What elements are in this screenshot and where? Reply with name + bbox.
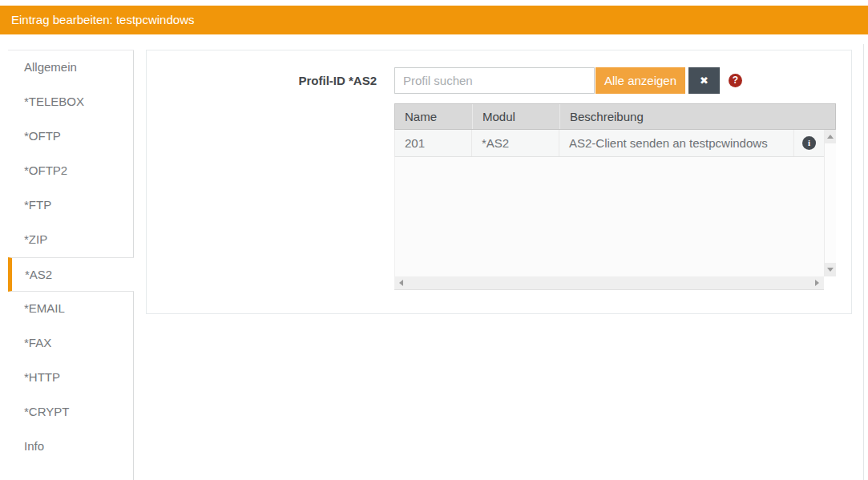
cell-name: 201 xyxy=(395,130,471,156)
column-header-name: Name xyxy=(395,104,472,129)
scroll-right-icon xyxy=(815,280,819,286)
page-right-border xyxy=(863,44,864,480)
profile-id-label: Profil-ID *AS2 xyxy=(147,74,377,87)
vertical-scrollbar[interactable] xyxy=(824,130,836,276)
sidebar-item-as2[interactable]: *AS2 xyxy=(8,257,134,292)
scroll-up-button[interactable] xyxy=(825,130,836,143)
sidebar-item-http[interactable]: *HTTP xyxy=(8,361,134,395)
sidebar-item-zip[interactable]: *ZIP xyxy=(8,223,134,257)
scroll-down-icon xyxy=(827,268,834,272)
help-icon[interactable]: ? xyxy=(729,74,742,87)
cell-beschreibung: AS2-Client senden an testpcwindows xyxy=(559,130,793,156)
sidebar-item-oftp[interactable]: *OFTP xyxy=(8,119,134,154)
sidebar-item-crypt[interactable]: *CRYPT xyxy=(8,395,134,430)
sidebar-item-oftp2[interactable]: *OFTP2 xyxy=(8,154,134,188)
table-empty-area xyxy=(394,157,824,276)
horizontal-scrollbar[interactable] xyxy=(394,276,824,290)
clear-x-icon: ✖ xyxy=(700,75,709,87)
scroll-left-icon xyxy=(399,280,403,286)
sidebar-item-fax[interactable]: *FAX xyxy=(8,326,134,361)
sidebar-item-info[interactable]: Info xyxy=(8,430,134,464)
sidebar-item-telebox[interactable]: *TELEBOX xyxy=(8,85,134,119)
row-info-icon[interactable]: i xyxy=(802,136,816,150)
sidebar-nav: Allgemein *TELEBOX *OFTP *OFTP2 *FTP *ZI… xyxy=(8,50,134,464)
scroll-left-button[interactable] xyxy=(394,276,408,289)
column-header-beschreibung: Beschreibung xyxy=(559,104,835,129)
content-panel: Profil-ID *AS2 Alle anzeigen ✖ ? Name Mo… xyxy=(146,50,852,314)
cell-info: i xyxy=(793,130,824,156)
column-header-modul: Modul xyxy=(472,104,559,129)
profile-search-input[interactable] xyxy=(394,67,595,94)
sidebar-item-allgemein[interactable]: Allgemein xyxy=(8,50,134,85)
cell-modul: *AS2 xyxy=(471,130,559,156)
scroll-up-icon xyxy=(827,135,834,139)
show-all-button[interactable]: Alle anzeigen xyxy=(595,67,685,94)
table-row[interactable]: 201 *AS2 AS2-Client senden an testpcwind… xyxy=(394,130,824,157)
scroll-right-button[interactable] xyxy=(810,276,824,289)
scroll-down-button[interactable] xyxy=(825,263,836,276)
profile-table-header: Name Modul Beschreibung xyxy=(394,103,836,130)
clear-button[interactable]: ✖ xyxy=(688,67,720,94)
sidebar-item-ftp[interactable]: *FTP xyxy=(8,188,134,223)
sidebar-item-email[interactable]: *EMAIL xyxy=(8,292,134,326)
title-bar: Eintrag bearbeiten: testpcwindows xyxy=(0,6,868,34)
page-title: Eintrag bearbeiten: testpcwindows xyxy=(11,6,194,34)
